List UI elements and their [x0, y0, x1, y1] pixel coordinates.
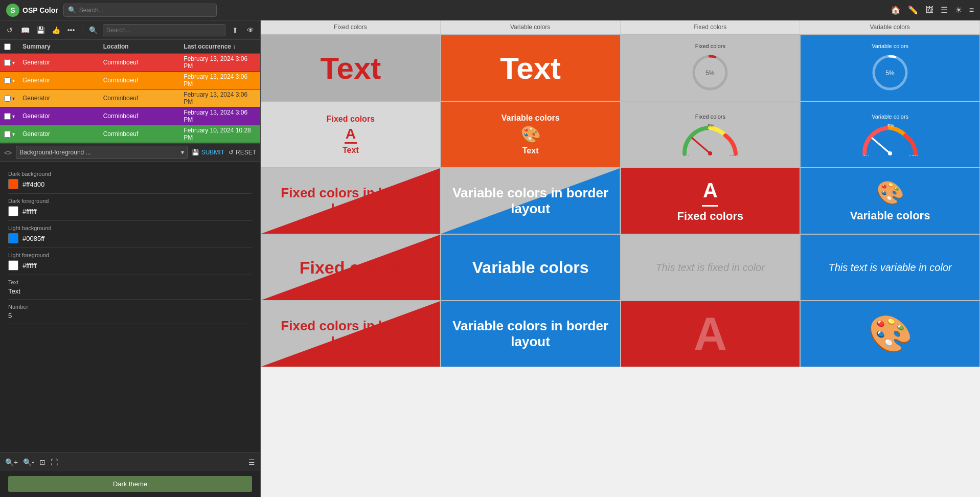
row-chevron[interactable]: ▾	[12, 114, 15, 119]
dark-theme-button[interactable]: Dark theme	[8, 476, 252, 492]
sun-icon[interactable]: ☀	[955, 5, 962, 15]
table-row[interactable]: ▾ Generator Corminboeuf February 13, 202…	[0, 54, 260, 72]
preview-cell-4-2: Variable colors	[441, 234, 621, 301]
text-label-2-1: Text	[343, 146, 359, 155]
light-background-swatch[interactable]	[8, 233, 18, 243]
dark-background-swatch[interactable]	[8, 179, 18, 189]
fit-icon[interactable]: ⊡	[39, 458, 45, 466]
svg-point-7	[708, 151, 712, 155]
text-display-1-1: Text	[320, 51, 381, 86]
check-all-header[interactable]	[0, 42, 18, 51]
preview-cell-2-1: Fixed colors A Text	[261, 101, 441, 168]
preview-grid-container: Fixed colors Variable colors Fixed color…	[261, 20, 980, 367]
variable-colors-label: Variable colors	[502, 114, 560, 123]
selector-row: <> Background-foreground ... ▾ 💾 SUBMIT …	[0, 143, 260, 162]
light-foreground-value: #ffffff	[8, 260, 252, 270]
text-value: Text	[8, 287, 252, 295]
cell-3-1-text: Fixed colors in border layout	[261, 177, 440, 225]
row-chevron[interactable]: ▾	[12, 96, 15, 101]
row-checkbox[interactable]	[4, 59, 11, 66]
zoom-in-icon[interactable]: 🔍+	[5, 458, 18, 466]
row-date: February 13, 2024 3:06 PM	[179, 72, 260, 89]
number-value: 5	[8, 312, 252, 320]
cell-5-1-text: Fixed colors in border layout	[261, 310, 440, 358]
edit-icon[interactable]: ✏️	[908, 5, 918, 15]
letter-a: A	[346, 126, 356, 142]
select-all-checkbox[interactable]	[4, 43, 11, 50]
row-checkbox[interactable]	[4, 77, 11, 84]
row-check[interactable]: ▾	[0, 129, 18, 139]
reset-button[interactable]: ↺ RESET	[229, 149, 256, 156]
row-check[interactable]: ▾	[0, 94, 18, 103]
list-icon[interactable]: ☰	[941, 5, 948, 15]
dots-icon[interactable]: •••	[65, 25, 77, 36]
dark-foreground-swatch[interactable]	[8, 206, 18, 216]
grid-icon[interactable]: ☰	[248, 458, 255, 466]
light-foreground-label: Light foreground	[8, 252, 252, 258]
row-check[interactable]: ▾	[0, 111, 18, 121]
reset-label: RESET	[236, 149, 256, 156]
book-icon[interactable]: 📖	[19, 25, 31, 36]
thumb-icon[interactable]: 👍	[50, 25, 61, 36]
fixed-colors-label: Fixed colors	[327, 115, 375, 124]
table-body: ▾ Generator Corminboeuf February 13, 202…	[0, 54, 260, 143]
row-checkbox[interactable]	[4, 131, 11, 138]
search-small-icon[interactable]: 🔍	[87, 25, 99, 36]
menu-icon[interactable]: ≡	[969, 6, 974, 15]
gauge-title-2: Variable colors	[872, 43, 908, 49]
topbar-search[interactable]: 🔍 Search...	[63, 4, 217, 17]
cell-5-2-text: Variable colors in border layout	[441, 310, 620, 358]
arc-gauge-title-1: Fixed colors	[695, 114, 725, 120]
row-summary: Generator	[18, 75, 99, 85]
refresh-icon[interactable]: ↺	[4, 25, 15, 36]
svg-text:0%: 0%	[683, 154, 690, 156]
table-row[interactable]: ▾ Generator Corminboeuf February 13, 202…	[0, 72, 260, 89]
arc-gauge-1: Fixed colors 0% 5% 100%	[621, 102, 800, 167]
cell-4-2-text: Variable colors	[464, 250, 597, 285]
table-row[interactable]: ▾ Generator Corminboeuf February 13, 202…	[0, 89, 260, 107]
circle-svg-1: 5%	[690, 52, 731, 93]
row-checkbox[interactable]	[4, 113, 11, 120]
save-icon[interactable]: 💾	[35, 25, 46, 36]
upload-icon[interactable]: ⬆	[230, 25, 241, 36]
row-chevron[interactable]: ▾	[12, 131, 15, 137]
home-icon[interactable]: 🏠	[891, 5, 901, 15]
zoom-out-icon[interactable]: 🔍-	[23, 458, 34, 466]
row-check[interactable]: ▾	[0, 76, 18, 85]
row-checkbox[interactable]	[4, 95, 11, 102]
image-icon[interactable]: 🖼	[925, 6, 933, 15]
dark-background-hex: #ff4d00	[22, 180, 44, 188]
circle-svg-2: 5%	[870, 52, 910, 93]
row-chevron[interactable]: ▾	[12, 60, 15, 65]
row-summary: Generator	[18, 111, 99, 121]
toolbar-row: ↺ 📖 💾 👍 ••• 🔍 ⬆ 👁	[0, 20, 260, 40]
preview-cell-2-4: Variable colors 0% 5% 100%	[800, 101, 980, 168]
row-date: February 13, 2024 3:06 PM	[179, 89, 260, 107]
col-header-2: Variable colors	[441, 20, 621, 35]
submit-icon: 💾	[192, 149, 199, 156]
row-location: Corminboeuf	[99, 111, 180, 121]
row-check[interactable]: ▾	[0, 58, 18, 67]
summary-header[interactable]: Summary	[18, 42, 99, 51]
location-label: Location	[103, 43, 129, 50]
arc-gauge-title-2: Variable colors	[872, 114, 908, 120]
svg-point-12	[888, 151, 892, 155]
location-header[interactable]: Location	[99, 42, 180, 51]
palette-icon-large-5-4: 🎨	[868, 313, 913, 355]
fullscreen-icon[interactable]: ⛶	[51, 458, 58, 466]
light-foreground-swatch[interactable]	[8, 260, 18, 270]
config-selector[interactable]: Background-foreground ... ▾	[16, 146, 187, 159]
left-panel: ↺ 📖 💾 👍 ••• 🔍 ⬆ 👁 Summary Location Last …	[0, 20, 261, 497]
eye-off-icon[interactable]: 👁	[245, 25, 256, 36]
table-header: Summary Location Last occurrence ↓	[0, 40, 260, 54]
number-label: Number	[8, 304, 252, 310]
cell-3-2-text: Variable colors in border layout	[441, 177, 620, 225]
table-row[interactable]: ▾ Generator Corminboeuf February 10, 202…	[0, 125, 260, 143]
search-input[interactable]	[103, 24, 225, 36]
submit-button[interactable]: 💾 SUBMIT	[192, 149, 224, 156]
preview-cell-1-2: Text	[441, 35, 621, 101]
row-chevron[interactable]: ▾	[12, 78, 15, 83]
text-field: Text Text	[8, 275, 252, 300]
table-row[interactable]: ▾ Generator Corminboeuf February 13, 202…	[0, 107, 260, 125]
last-occurrence-header[interactable]: Last occurrence ↓	[179, 42, 260, 51]
